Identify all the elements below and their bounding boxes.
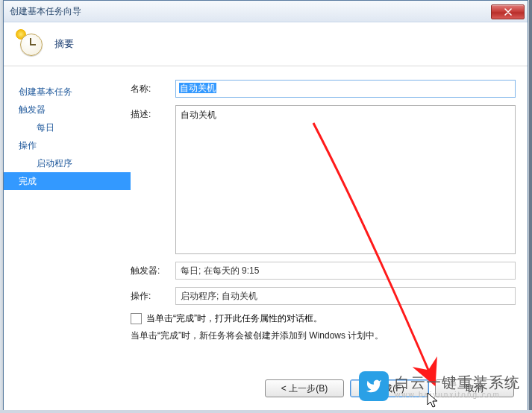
action-field: 启动程序; 自动关机 [175,287,516,305]
watermark: 白云一键重装系统 www.baiyunxitong.com [359,371,520,401]
wizard-header: 摘要 [4,22,528,66]
page-title: 摘要 [54,37,74,51]
open-properties-label: 当单击“完成”时，打开此任务属性的对话框。 [146,312,322,325]
wizard-main: 名称: 自动关机 描述: 自动关机 触发器: 每日; 在每天的 9:15 操作:… [131,66,528,368]
desc-label: 描述: [131,105,175,121]
watermark-text: 白云一键重装系统 www.baiyunxitong.com [395,374,520,399]
desc-input[interactable]: 自动关机 [175,105,516,254]
action-label: 操作: [131,287,175,303]
frame-right-edge [529,0,532,413]
desc-value: 自动关机 [181,110,216,120]
action-row: 操作: 启动程序; 自动关机 [131,287,516,305]
sidebar-item-2[interactable]: 每日 [4,119,131,136]
watermark-badge-icon [359,371,389,401]
window-title: 创建基本任务向导 [10,5,81,18]
wizard-body: 创建基本任务触发器每日操作启动程序完成 名称: 自动关机 描述: 自动关机 触发… [4,66,528,368]
sidebar-item-1[interactable]: 触发器 [4,101,131,119]
open-properties-row: 当单击“完成”时，打开此任务属性的对话框。 [131,312,516,325]
desc-row: 描述: 自动关机 [131,105,516,254]
name-input[interactable]: 自动关机 [175,80,516,98]
watermark-line1: 白云一键重装系统 [395,374,520,391]
close-icon [504,8,512,16]
titlebar: 创建基本任务向导 [4,1,528,22]
name-row: 名称: 自动关机 [131,80,516,98]
close-button[interactable] [491,4,525,19]
trigger-label: 触发器: [131,262,175,277]
wizard-sidebar: 创建基本任务触发器每日操作启动程序完成 [4,66,131,368]
name-value: 自动关机 [179,83,216,93]
trigger-field: 每日; 在每天的 9:15 [175,262,516,280]
sidebar-item-0[interactable]: 创建基本任务 [4,83,131,101]
sidebar-item-4[interactable]: 启动程序 [4,154,131,172]
sidebar-item-5[interactable]: 完成 [4,172,131,190]
sidebar-item-3[interactable]: 操作 [4,136,131,154]
name-label: 名称: [131,80,175,95]
watermark-line2: www.baiyunxitong.com [395,391,520,399]
completion-note: 当单击“完成”时，新任务将会被创建并添加到 Windows 计划中。 [131,330,516,342]
frame-bottom-edge [0,410,532,413]
open-properties-checkbox[interactable] [131,313,142,324]
back-button[interactable]: < 上一步(B) [265,379,344,397]
wizard-window: 创建基本任务向导 摘要 创建基本任务触发器每日操作启动程序完成 名称: 自动关机 [3,0,528,412]
task-clock-icon [17,31,44,57]
trigger-row: 触发器: 每日; 在每天的 9:15 [131,262,516,280]
